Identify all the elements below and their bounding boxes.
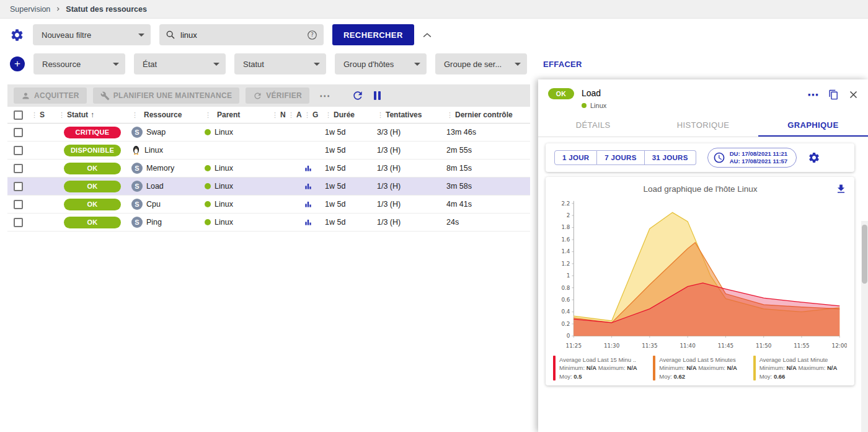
select-all-checkbox[interactable] (14, 110, 23, 120)
svg-text:11:30: 11:30 (604, 343, 620, 349)
column-drag-icon: ⋮ (58, 111, 65, 119)
column-drag-icon: ⋮ (288, 111, 294, 119)
legend-item-load15[interactable]: Average Load Last 15 Minu .. Minimum: N/… (553, 356, 647, 381)
pause-icon (374, 91, 376, 100)
status-badge: OK (64, 163, 121, 174)
column-drag-icon: ⋮ (31, 111, 38, 119)
header-n[interactable]: ⋮N (269, 107, 285, 123)
tab-details[interactable]: DÉTAILS (538, 114, 648, 137)
search-button[interactable]: RECHERCHER (332, 24, 414, 45)
add-criteria-button[interactable]: + (10, 56, 25, 71)
row-checkbox[interactable] (14, 164, 23, 173)
status-badge: OK (64, 199, 121, 210)
details-panel: OK Load Linux ⋯ DÉTAILS HISTORIQUE GRAPH… (538, 79, 868, 432)
criteria-hostgroup[interactable]: Group d'hôtes (335, 53, 427, 74)
header-a[interactable]: ⋮A (285, 107, 301, 123)
chevron-down-icon (414, 63, 420, 66)
graph-icon[interactable] (304, 200, 312, 209)
refresh-icon (352, 89, 364, 102)
legend-color-bar (653, 356, 655, 381)
row-checkbox[interactable] (14, 200, 23, 209)
gear-icon (10, 28, 24, 42)
resources-table: ⋮S ⋮Statut↑ ⋮Ressource ⋮Parent ⋮N ⋮A ⋮G … (7, 107, 530, 232)
clear-filters-button[interactable]: EFFACER (543, 60, 582, 69)
chart-card: Load graphique de l'hôte Linux 00.20.40.… (546, 177, 854, 385)
header-tries[interactable]: ⋮Tentatives (374, 107, 444, 123)
legend-item-load1[interactable]: Average Load Last Minute Minimum: N/A Ma… (753, 356, 847, 381)
header-status[interactable]: ⋮Statut↑ (56, 107, 129, 123)
maintenance-button[interactable]: PLANIFIER UNE MAINTENANCE (93, 88, 240, 104)
check-button[interactable]: VÉRIFIER (246, 88, 309, 104)
status-badge: CRITIQUE (64, 127, 121, 138)
table-row-memory[interactable]: OK SMemory Linux 1w 5d 1/3 (H) 8m 15s (7, 160, 530, 178)
legend-color-bar (553, 356, 556, 381)
row-checkbox[interactable] (14, 146, 23, 155)
graph-icon[interactable] (304, 218, 312, 227)
refresh-button[interactable] (352, 89, 364, 102)
row-checkbox[interactable] (14, 218, 23, 227)
collapse-chevron-icon[interactable] (423, 32, 432, 38)
svg-text:0: 0 (567, 333, 570, 339)
range-7days-button[interactable]: 7 JOURS (597, 150, 644, 165)
criteria-resource[interactable]: Ressource (33, 53, 125, 74)
header-last-check[interactable]: ⋮Dernier contrôle (444, 107, 530, 123)
host-status-dot (205, 201, 211, 207)
saved-filter-select[interactable]: Nouveau filtre (33, 24, 151, 45)
tab-graph[interactable]: GRAPHIQUE (758, 114, 868, 137)
help-icon[interactable]: ? (307, 30, 317, 40)
status-badge: OK (64, 217, 121, 228)
sort-asc-icon: ↑ (91, 110, 94, 119)
search-box: ? (159, 24, 324, 45)
header-severity[interactable]: ⋮S (29, 107, 56, 123)
scrollbar-thumb[interactable] (862, 225, 867, 284)
linux-host-icon (131, 145, 141, 155)
chevron-down-icon (113, 63, 119, 66)
table-row-cpu[interactable]: OK SCpu Linux 1w 5d 1/3 (H) 4m 41s (7, 196, 530, 214)
graph-icon[interactable] (304, 164, 312, 173)
panel-host: Linux (582, 102, 800, 109)
close-icon[interactable] (849, 90, 858, 99)
breadcrumb-supervision[interactable]: Supervision (10, 5, 50, 14)
time-range-strip: 1 JOUR 7 JOURS 31 JOURS DU: 17/08/2021 1… (546, 143, 854, 172)
pause-autorefresh-button[interactable] (374, 91, 381, 100)
graph-settings-gear-icon[interactable] (808, 151, 820, 164)
table-row-swap[interactable]: CRITIQUE SSwap Linux 1w 5d 3/3 (H) 13m 4… (7, 124, 530, 142)
chevron-down-icon (138, 34, 144, 37)
acknowledge-button[interactable]: ACQUITTER (14, 88, 87, 104)
service-icon: S (131, 127, 143, 138)
filters-gear-button[interactable] (10, 28, 24, 42)
header-duration[interactable]: ⋮Durée (322, 107, 374, 123)
service-icon: S (131, 181, 143, 192)
range-1day-button[interactable]: 1 JOUR (554, 150, 597, 165)
service-icon: S (131, 163, 143, 174)
panel-more-icon[interactable]: ⋯ (807, 91, 818, 99)
panel-scrollbar[interactable] (861, 221, 868, 432)
table-row-linux-host[interactable]: DISPONIBLE Linux 1w 5d 1/3 (H) 2m 55s (7, 142, 530, 160)
table-row-ping[interactable]: OK SPing Linux 1w 5d 1/3 (H) 24s (7, 214, 530, 232)
range-31days-button[interactable]: 31 JOURS (645, 150, 696, 165)
graph-icon[interactable] (304, 182, 312, 191)
header-parent[interactable]: ⋮Parent (202, 107, 269, 123)
period-selector[interactable]: DU: 17/08/2021 11:21 AU: 17/08/2021 11:5… (707, 148, 797, 168)
download-icon[interactable] (835, 183, 847, 195)
more-actions-button[interactable]: ⋯ (316, 89, 334, 102)
criteria-status[interactable]: Statut (234, 53, 326, 74)
criteria-state[interactable]: État (134, 53, 226, 74)
copy-icon[interactable] (828, 89, 839, 100)
content: ACQUITTER PLANIFIER UNE MAINTENANCE VÉRI… (0, 79, 868, 432)
svg-text:1.8: 1.8 (561, 224, 570, 230)
table-row-load[interactable]: OK SLoad Linux 1w 5d 1/3 (H) 3m 58s (7, 178, 530, 196)
header-resource[interactable]: ⋮Ressource (129, 107, 202, 123)
svg-text:1: 1 (567, 272, 570, 279)
listing-toolbar: ACQUITTER PLANIFIER UNE MAINTENANCE VÉRI… (7, 84, 530, 107)
svg-text:0.8: 0.8 (561, 285, 570, 291)
header-g[interactable]: ⋮G (301, 107, 322, 123)
row-checkbox[interactable] (14, 128, 23, 137)
svg-text:0.6: 0.6 (561, 297, 570, 303)
row-checkbox[interactable] (14, 182, 23, 191)
tab-history[interactable]: HISTORIQUE (648, 114, 758, 137)
criteria-servicegroup[interactable]: Groupe de ser... (435, 53, 527, 74)
search-icon (166, 30, 175, 40)
legend-item-load5[interactable]: Average Load Last 5 Minutes Minimum: N/A… (653, 356, 746, 381)
search-input[interactable] (180, 30, 302, 40)
